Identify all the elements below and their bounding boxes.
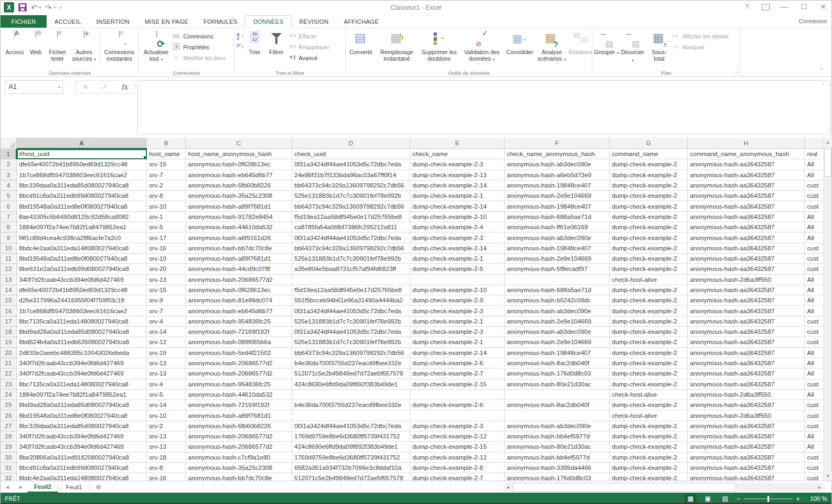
cell-E18[interactable]: dump-check-example-2-3 — [410, 327, 505, 337]
cell-I1[interactable]: real — [805, 149, 824, 159]
cell-I32[interactable]: cust — [805, 473, 824, 481]
cell-D26[interactable] — [292, 410, 410, 421]
cell-I24[interactable]: All — [805, 390, 824, 400]
cell-C18[interactable]: anonymous-hash-72169f192f — [186, 327, 292, 337]
cell-E5[interactable]: dump-check-example-2-1 — [410, 191, 505, 201]
cell-A9[interactable]: f4f1c89d4cea4c938ca2f86acfe7a2c0 — [17, 232, 147, 243]
cell-B20[interactable]: srv-19 — [147, 348, 186, 358]
cell-D13[interactable] — [292, 275, 410, 285]
row-header-5[interactable]: 5 — [1, 191, 17, 201]
text-to-columns-button[interactable]: Convertir — [347, 30, 375, 66]
cell-B8[interactable]: srv-5 — [147, 222, 186, 232]
redo-icon[interactable]: ↷ — [46, 4, 52, 11]
help-icon[interactable]: ? — [742, 3, 752, 11]
vertical-scrollbar[interactable]: ▲ ▼ — [823, 138, 831, 481]
cell-A29[interactable]: 340f7d2fcaab43ccb394e0fd6d427469 — [17, 442, 147, 452]
cell-A3[interactable]: 1b7ce868df5547038603eec61616cae2 — [17, 170, 147, 180]
row-header-6[interactable]: 6 — [1, 201, 17, 211]
zoom-slider[interactable] — [744, 499, 792, 499]
column-header-B[interactable]: B — [147, 138, 186, 149]
cell-G23[interactable]: dump-check-example-2 — [610, 379, 688, 390]
group-button[interactable]: Grouper ▾ — [594, 30, 620, 66]
cell-D29[interactable]: 424c8690e6ffd9da09f892f383b49de1 — [292, 442, 410, 452]
cell-H23[interactable]: anonymous-hash-aa36432587 — [688, 379, 805, 390]
cancel-icon[interactable]: ✕ — [82, 83, 88, 91]
cell-H21[interactable]: anonymous-hash-aa36432587 — [688, 358, 805, 369]
cell-D21[interactable]: b4e36da700f3755d237eacd9fbee332e — [292, 358, 410, 369]
cell-C30[interactable]: anonymous-hash-c7cf9a1e80 — [186, 453, 292, 463]
flash-fill-button[interactable]: Remplissage instantané — [375, 30, 418, 66]
column-header-C[interactable]: C — [186, 138, 292, 149]
cell-H18[interactable]: anonymous-hash-aa36432587 — [688, 327, 805, 337]
cell-D3[interactable]: 24e86f31b7f133bda96ac03a67ff0f14 — [292, 170, 410, 180]
cell-I16[interactable]: All — [805, 306, 824, 316]
cell-H11[interactable]: anonymous-hash-aa36432587 — [688, 254, 805, 264]
zoom-in-icon[interactable]: + — [796, 495, 800, 502]
cell-G22[interactable]: dump-check-example-2 — [610, 369, 688, 379]
row-header-4[interactable]: 4 — [1, 180, 17, 191]
row-header-1[interactable]: 1 — [1, 149, 17, 159]
cell-F30[interactable]: anonymous-hash-bb4ef5977d — [505, 453, 610, 463]
cell-I21[interactable]: All — [805, 358, 824, 369]
row-header-11[interactable]: 11 — [1, 254, 17, 264]
cell-G6[interactable]: dump-check-example-2 — [610, 201, 688, 211]
cell-A23[interactable]: 8bc7135ca0a311eda148080027940ca8 — [17, 379, 147, 390]
cell-G28[interactable]: dump-check-example-2 — [610, 431, 688, 442]
cell-F1[interactable]: check_name_anonymous_hash — [505, 149, 610, 159]
cell-H14[interactable]: anonymous-hash-aa36432587 — [688, 285, 805, 295]
cell-B15[interactable]: srv-9 — [147, 295, 186, 306]
cell-I26[interactable]: cust — [805, 410, 824, 421]
cell-F27[interactable]: anonymous-hash-ab3dec090e — [505, 421, 610, 431]
cell-D18[interactable]: 0f31a3424df44ae41053d5c72dbc7eda — [292, 327, 410, 337]
cell-D30[interactable]: 1769d9759e8be6d3680ff5739f431752 — [292, 453, 410, 463]
cell-A7[interactable]: 8ae43305c6b6490d8129c92d58ca8082 — [17, 212, 147, 222]
sort-button[interactable]: ZAAZTrier — [244, 30, 265, 66]
redo-dropdown-icon[interactable]: ▾ — [53, 5, 55, 10]
row-header-22[interactable]: 22 — [1, 369, 17, 379]
row-header-9[interactable]: 9 — [1, 232, 17, 243]
cell-H26[interactable]: anonymous-hash-2d6a3ff550 — [688, 410, 805, 421]
cell-B16[interactable]: srv-7 — [147, 306, 186, 316]
cell-C9[interactable]: anonymous-hash-a6f9161d26 — [186, 232, 292, 243]
cell-C16[interactable]: anonymous-hash-eb645d6b77 — [186, 306, 292, 316]
sheet-nav-prev-icon[interactable]: ◄ — [1, 481, 14, 493]
tab-strip-resize-grip[interactable]: ⋮ — [496, 483, 501, 489]
cell-D28[interactable]: 1769d9759e8be6d3680ff5739f431752 — [292, 431, 410, 442]
cell-I7[interactable]: All — [805, 212, 824, 222]
sign-in-link[interactable]: Connexion — [798, 18, 827, 24]
cell-F28[interactable]: anonymous-hash-bb4ef5977d — [505, 431, 610, 442]
sheet-tab-feuil2[interactable]: Feuil2 — [28, 481, 58, 493]
cell-D1[interactable]: check_uuid — [292, 149, 410, 159]
cell-F26[interactable] — [505, 410, 610, 421]
cell-I10[interactable]: cust — [805, 243, 824, 254]
cell-H5[interactable]: anonymous-hash-aa36432587 — [688, 191, 805, 201]
cell-H9[interactable]: anonymous-hash-aa36432587 — [688, 232, 805, 243]
row-header-16[interactable]: 16 — [1, 306, 17, 316]
cell-F14[interactable]: anonymous-hash-688a5ae71d — [505, 285, 610, 295]
cell-G27[interactable]: dump-check-example-2 — [610, 421, 688, 431]
collapse-ribbon-icon[interactable]: ⌃ — [820, 67, 824, 73]
cell-D19[interactable]: 525e131883b1d7c7c30901fef78e992b — [292, 337, 410, 347]
cell-D17[interactable]: 525e131883b1d7c7c30901fef78e992b — [292, 316, 410, 327]
cell-G4[interactable]: dump-check-example-2 — [610, 180, 688, 191]
cell-H24[interactable]: anonymous-hash-2d6a3ff550 — [688, 390, 805, 400]
cell-F16[interactable]: anonymous-hash-ab3dec090e — [505, 306, 610, 316]
row-header-24[interactable]: 24 — [1, 390, 17, 400]
cell-G29[interactable]: dump-check-example-2 — [610, 442, 688, 452]
cell-G3[interactable]: dump-check-example-2 — [610, 170, 688, 180]
cell-H13[interactable]: anonymous-hash-2d6a3ff550 — [688, 275, 805, 285]
cell-C26[interactable]: anonymous-hash-a89f7681d1 — [186, 410, 292, 421]
cell-G25[interactable]: dump-check-example-2 — [610, 400, 688, 410]
cell-E30[interactable]: dump-check-example-2-12 — [410, 453, 505, 463]
cell-F21[interactable]: anonymous-hash-8ac2db040f — [505, 358, 610, 369]
cell-C1[interactable]: host_name_anonymous_hash — [186, 149, 292, 159]
cell-C11[interactable]: anonymous-hash-a89f7681d1 — [186, 254, 292, 264]
cell-A6[interactable]: 8bd19548a0a311ed8e0f080027940ca8 — [17, 201, 147, 211]
cell-F22[interactable]: anonymous-hash-176d0d8c03 — [505, 369, 610, 379]
cell-I8[interactable]: All — [805, 222, 824, 232]
filter-button[interactable]: Filtrer — [265, 30, 288, 66]
cell-H3[interactable]: anonymous-hash-aa36432587 — [688, 170, 805, 180]
cell-D16[interactable]: 0f31a3424df44ae41053d5c72dbc7eda — [292, 306, 410, 316]
cell-B17[interactable]: srv-4 — [147, 316, 186, 327]
cell-B14[interactable]: srv-15 — [147, 285, 186, 295]
